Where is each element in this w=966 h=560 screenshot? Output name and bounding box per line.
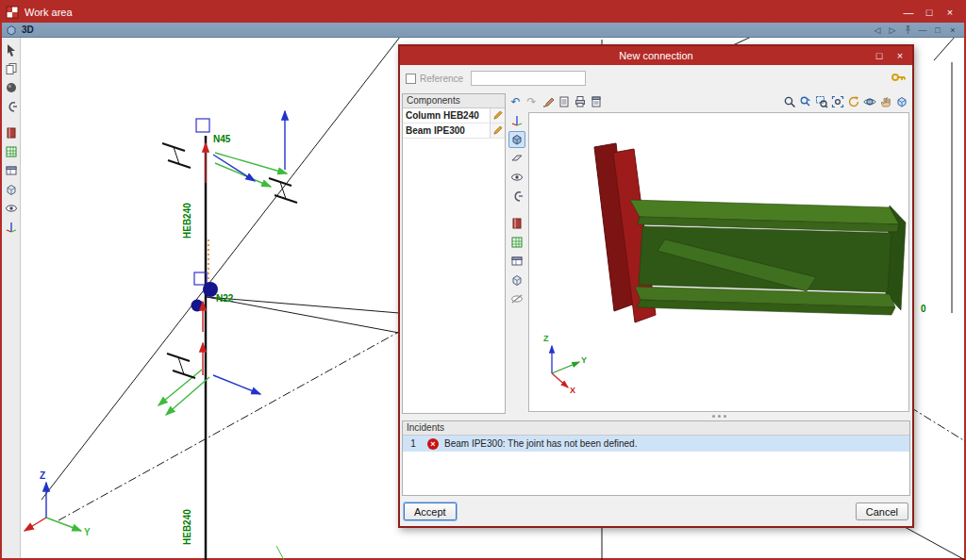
incidents-header: Incidents xyxy=(403,421,909,436)
component-item-column[interactable]: Column HEB240 xyxy=(403,108,505,124)
axis-y-label: Y xyxy=(84,527,91,537)
solid-plane-tool-selected[interactable] xyxy=(508,131,525,148)
sheets-tool[interactable] xyxy=(3,60,20,77)
dialog-body: Reference Components Column HEB240 Beam … xyxy=(400,65,912,526)
app-icon xyxy=(6,6,19,19)
shaded-view-tool[interactable] xyxy=(3,79,20,96)
view-minimize-button[interactable]: — xyxy=(915,24,930,36)
incident-number: 1 xyxy=(407,438,420,449)
new-connection-dialog: New connection □ × Reference Components … xyxy=(398,44,914,528)
zoom-tool-button[interactable] xyxy=(781,94,797,109)
rotate-view-button[interactable] xyxy=(845,94,861,109)
dialog-title: New connection xyxy=(400,50,912,61)
hand-icon xyxy=(879,95,892,108)
viewport-axis-z-label: Z xyxy=(543,334,549,343)
component-item-beam[interactable]: Beam IPE300 xyxy=(403,124,505,139)
view-tab-label: 3D xyxy=(22,25,870,35)
hide-tool[interactable] xyxy=(508,290,525,307)
connection-3d-render xyxy=(529,113,908,411)
pan-button[interactable] xyxy=(877,94,893,109)
export-report-button[interactable] xyxy=(588,94,604,109)
member-label-heb240-bottom: HEB240 xyxy=(182,509,192,545)
zoom-extents-button[interactable] xyxy=(829,94,845,109)
node-n45-marker[interactable] xyxy=(196,119,209,132)
app-minimize-button[interactable]: — xyxy=(898,5,919,20)
dialog-titlebar[interactable]: New connection □ × xyxy=(400,46,912,65)
table-icon xyxy=(510,255,524,268)
viewport-splitter[interactable] xyxy=(528,413,909,419)
axes-icon xyxy=(510,114,524,127)
beam-render[interactable] xyxy=(630,200,906,315)
incident-message: Beam IPE300: The joint has not been defi… xyxy=(444,438,637,449)
rotate-icon xyxy=(847,95,860,108)
solid-tool[interactable] xyxy=(508,272,525,288)
clamp-tool[interactable] xyxy=(508,188,525,205)
nav-next-button[interactable]: ▷ xyxy=(885,24,900,36)
dialog-maximize-button[interactable]: □ xyxy=(869,48,890,63)
edit-beam-button[interactable] xyxy=(490,124,505,138)
eye-slash-icon xyxy=(510,292,524,305)
pin-button[interactable] xyxy=(900,24,915,36)
view-restore-button[interactable]: □ xyxy=(930,24,945,36)
redo-button[interactable]: ↷ xyxy=(524,94,540,109)
components-header: Components xyxy=(403,94,505,108)
solid-view-tool[interactable] xyxy=(3,181,20,198)
partial-node-label: 0 xyxy=(921,304,926,314)
visibility-tool[interactable] xyxy=(3,200,20,217)
viewport-axes-triad xyxy=(552,346,579,387)
view-close-button[interactable]: × xyxy=(945,24,960,36)
dialog-close-button[interactable]: × xyxy=(890,48,910,63)
pencil-icon xyxy=(492,110,503,121)
connection-3d-viewport[interactable]: Z Y X xyxy=(528,112,909,412)
grid-tool[interactable] xyxy=(3,143,20,160)
global-axes-triad xyxy=(25,483,81,531)
pencil-icon xyxy=(492,125,503,136)
list-report-button[interactable] xyxy=(556,94,572,109)
paint-tool-button[interactable] xyxy=(540,94,556,109)
grid-tool[interactable] xyxy=(508,234,525,251)
reference-label: Reference xyxy=(420,74,463,84)
zoom-select-button[interactable] xyxy=(797,94,813,109)
plate-tool[interactable] xyxy=(508,150,525,167)
accept-button[interactable]: Accept xyxy=(404,502,457,520)
view-tool[interactable] xyxy=(508,169,525,186)
print-button[interactable] xyxy=(572,94,588,109)
tables-tool[interactable] xyxy=(3,162,20,179)
select-tool[interactable] xyxy=(3,41,20,58)
orbit-icon xyxy=(863,95,876,108)
component-label: Beam IPE300 xyxy=(403,124,490,138)
clamp-tool[interactable] xyxy=(3,98,20,115)
dialog-toolbar: ↶ ↷ xyxy=(508,93,909,109)
brush-icon xyxy=(541,95,555,108)
eye-icon xyxy=(510,171,524,184)
license-key-button[interactable] xyxy=(890,69,907,86)
layers-tool[interactable] xyxy=(508,215,525,232)
zoom-window-button[interactable] xyxy=(813,94,829,109)
app-close-button[interactable]: × xyxy=(940,5,960,20)
tables-tool[interactable] xyxy=(508,253,525,270)
app-maximize-button[interactable]: □ xyxy=(919,5,940,20)
incident-row[interactable]: 1 × Beam IPE300: The joint has not been … xyxy=(403,436,909,452)
reference-input[interactable] xyxy=(471,71,586,86)
eye-icon xyxy=(5,202,18,215)
orbit-button[interactable] xyxy=(861,94,877,109)
node-label-n45: N45 xyxy=(213,134,230,144)
iso-view-button[interactable] xyxy=(893,94,909,109)
dialog-view-toolbar xyxy=(508,112,526,413)
app-titlebar: Work area — □ × xyxy=(2,2,964,23)
reference-checkbox[interactable] xyxy=(406,74,416,84)
pointer-icon xyxy=(5,43,18,57)
beam-section-symbols[interactable] xyxy=(162,143,297,378)
cube-plane-icon xyxy=(510,133,524,146)
move-tool[interactable] xyxy=(508,112,525,129)
edit-column-button[interactable] xyxy=(490,108,505,123)
cancel-button[interactable]: Cancel xyxy=(856,502,908,520)
axes-tool[interactable] xyxy=(3,219,20,236)
view-3d-icon xyxy=(6,25,17,36)
main-toolbar xyxy=(2,38,21,558)
zoom-extents-icon xyxy=(831,95,844,108)
layers-tool[interactable] xyxy=(3,124,20,141)
member-label-heb240-top: HEB240 xyxy=(182,203,192,239)
nav-previous-button[interactable]: ◁ xyxy=(870,24,885,36)
undo-button[interactable]: ↶ xyxy=(508,94,524,109)
